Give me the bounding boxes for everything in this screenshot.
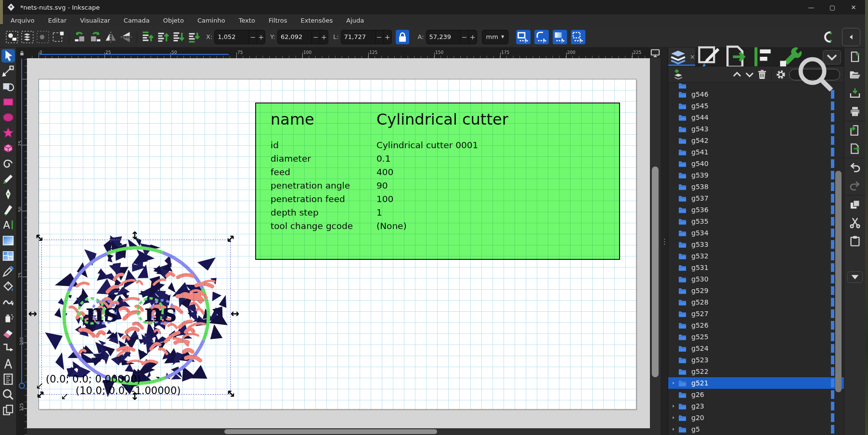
highlight-color-bar[interactable] — [831, 113, 834, 122]
tool-star[interactable] — [1, 126, 15, 140]
tool-page-ruler[interactable] — [1, 372, 15, 386]
select-all-button[interactable] — [5, 30, 19, 44]
tab-fill-stroke[interactable] — [695, 48, 722, 66]
vertical-scrollbar[interactable] — [650, 48, 661, 435]
tool-bezier-pen[interactable] — [1, 188, 15, 201]
tool-spiral[interactable] — [1, 157, 15, 170]
tool-pages[interactable] — [1, 403, 15, 417]
tool-eraser[interactable] — [1, 326, 15, 340]
v-scroll-thumb[interactable] — [652, 166, 659, 377]
tool-calligraphy[interactable] — [1, 203, 15, 217]
highlight-color-bar[interactable] — [831, 390, 834, 399]
selection-handle-n[interactable]: ↕ — [130, 230, 139, 241]
duplicate-button[interactable] — [849, 198, 861, 211]
canvas-viewport[interactable]: nsns name Cylindrical cutter idCylindric… — [27, 58, 650, 428]
move-up-button[interactable] — [731, 68, 743, 81]
expander-slot[interactable] — [671, 404, 678, 409]
lower-button[interactable] — [171, 30, 186, 44]
highlight-color-bar[interactable] — [831, 182, 834, 191]
expander-slot[interactable] — [671, 381, 678, 385]
tool-measure[interactable] — [1, 357, 15, 371]
highlight-color-bar[interactable] — [831, 159, 834, 168]
highlight-color-bar[interactable] — [831, 286, 834, 295]
list-item[interactable]: g529 — [668, 285, 844, 296]
highlight-color-bar[interactable] — [831, 402, 834, 410]
selection-handle-w[interactable]: ↔ — [28, 308, 37, 319]
paste-button[interactable] — [849, 235, 861, 247]
selection-handle-e[interactable]: ↔ — [231, 308, 239, 319]
tab-export[interactable] — [722, 48, 749, 66]
menu-filtros[interactable]: Filtros — [262, 15, 294, 26]
increment-button[interactable]: + — [383, 30, 391, 44]
scale-stroke-toggle[interactable] — [516, 30, 531, 44]
decrement-button[interactable]: − — [460, 30, 468, 44]
list-item[interactable]: g540 — [668, 158, 844, 169]
list-item[interactable]: g531 — [668, 262, 844, 273]
list-item[interactable]: g534 — [668, 227, 844, 239]
list-item[interactable]: g20 — [668, 412, 844, 423]
list-item[interactable]: g23 — [668, 400, 844, 412]
tool-selector[interactable] — [1, 49, 15, 63]
tool-mesh-gradient[interactable] — [1, 249, 15, 263]
export-button[interactable] — [849, 142, 861, 155]
tool-connector[interactable] — [1, 342, 15, 355]
menu-objeto[interactable]: Objeto — [156, 15, 191, 26]
select-all-layers-button[interactable] — [20, 30, 35, 44]
close-button[interactable]: ✕ — [843, 0, 864, 14]
field-a[interactable]: 57,239−+ — [426, 30, 477, 44]
horizontal-scrollbar[interactable] — [27, 428, 650, 435]
list-item[interactable]: g541 — [668, 146, 844, 158]
list-item[interactable]: g545 — [668, 100, 844, 112]
expander-slot[interactable] — [671, 415, 678, 420]
list-item[interactable]: g539 — [668, 169, 844, 181]
decrement-button[interactable]: − — [248, 30, 257, 44]
tool-property-table[interactable]: name Cylindrical cutter idCylindrical cu… — [255, 102, 620, 260]
list-item[interactable]: g530 — [668, 273, 844, 285]
decrement-button[interactable]: − — [311, 30, 320, 44]
tool-node-editor[interactable] — [1, 64, 15, 78]
highlight-color-bar[interactable] — [831, 275, 834, 283]
list-item[interactable]: g542 — [668, 135, 844, 146]
list-item[interactable]: g524 — [668, 343, 844, 354]
field-y[interactable]: 62,092−+ — [277, 30, 328, 44]
raise-button[interactable] — [156, 30, 170, 44]
tool-rectangle[interactable] — [1, 95, 15, 109]
list-item[interactable]: g544 — [668, 112, 844, 123]
tool-box-3d[interactable] — [1, 141, 15, 155]
open-button[interactable] — [849, 69, 861, 81]
highlight-color-bar[interactable] — [831, 217, 834, 226]
minimize-button[interactable]: — — [801, 0, 822, 14]
tool-spray[interactable] — [1, 311, 15, 324]
tool-ellipse[interactable] — [1, 111, 15, 124]
flip-horizontal-button[interactable] — [104, 30, 118, 44]
vertical-guide[interactable] — [21, 59, 22, 384]
tool-shape-builder[interactable] — [1, 80, 15, 93]
save-button[interactable] — [849, 87, 861, 100]
list-item-partial[interactable] — [668, 83, 844, 89]
highlight-color-bar[interactable] — [831, 379, 834, 387]
scale-gradients-toggle[interactable] — [553, 30, 567, 44]
highlight-color-bar[interactable] — [831, 413, 834, 422]
menu-visualizar[interactable]: Visualizar — [73, 15, 117, 26]
close-tab-icon[interactable]: ✕ — [690, 53, 695, 61]
scale-patterns-toggle[interactable] — [571, 30, 585, 44]
list-item[interactable]: g543 — [668, 123, 844, 135]
highlight-color-bar[interactable] — [831, 425, 834, 434]
field-l[interactable]: 71,727−+ — [341, 30, 392, 44]
move-down-button[interactable] — [743, 68, 756, 81]
horizontal-ruler[interactable]: 0255075100125150175200225 — [27, 48, 650, 58]
flip-vertical-button[interactable] — [119, 30, 133, 44]
menu-extensões[interactable]: Extensões — [294, 15, 340, 26]
undo-button[interactable] — [849, 161, 861, 174]
selection-box-button[interactable] — [51, 30, 65, 44]
list-item[interactable]: g521 — [668, 377, 844, 389]
highlight-color-bar[interactable] — [831, 298, 834, 307]
highlight-color-bar[interactable] — [831, 240, 834, 249]
highlight-color-bar[interactable] — [831, 90, 834, 99]
delete-button[interactable] — [756, 68, 768, 81]
scale-corners-toggle[interactable] — [534, 30, 549, 44]
tab-objects[interactable]: ✕ — [668, 48, 695, 66]
list-item[interactable]: g523 — [668, 354, 844, 366]
highlight-color-bar[interactable] — [831, 148, 834, 156]
list-item[interactable]: g538 — [668, 181, 844, 192]
